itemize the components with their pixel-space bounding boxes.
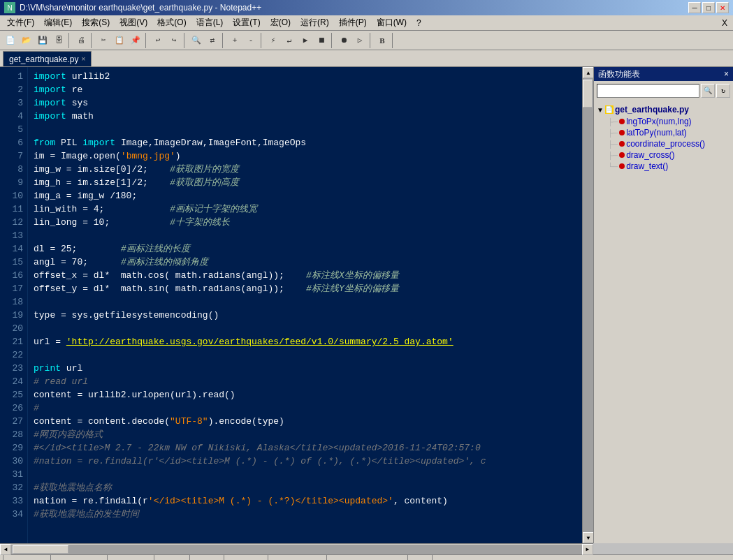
code-editor[interactable]: import urllib2 import re import sys impo… — [28, 67, 582, 543]
macro-rec-button[interactable]: ⏺ — [336, 33, 351, 48]
close-button[interactable]: ✕ — [716, 2, 729, 13]
scroll-h-track[interactable] — [11, 545, 582, 554]
function-dot-icon-3 — [619, 141, 625, 147]
menu-plugins[interactable]: 插件(P) — [335, 16, 371, 29]
function-label-1[interactable]: lngToPx(num,lng) — [626, 117, 691, 126]
find-button[interactable]: 🔍 — [189, 33, 204, 48]
menu-view[interactable]: 视图(V) — [115, 16, 152, 29]
undo-button[interactable]: ↩ — [150, 33, 166, 48]
menu-settings[interactable]: 设置(T) — [228, 16, 264, 29]
tab-bar: get_earthquake.py × — [0, 50, 733, 67]
scroll-left-button[interactable]: ◀ — [0, 544, 11, 555]
new-button[interactable]: 📄 — [3, 33, 18, 48]
toolbar-sep-8 — [370, 33, 372, 48]
tree-function-5[interactable]: └─ draw_text() — [608, 161, 730, 172]
toolbar-sep-9 — [392, 33, 395, 48]
menu-language[interactable]: 语言(L) — [192, 16, 228, 29]
macro-play-button[interactable]: ▷ — [352, 33, 368, 48]
function-dot-icon-2 — [619, 130, 625, 135]
menu-window[interactable]: 窗口(W) — [372, 16, 411, 29]
toolbar-sep-1 — [68, 33, 71, 48]
menu-help[interactable]: ? — [412, 17, 426, 29]
tab-get-earthquake[interactable]: get_earthquake.py × — [3, 51, 92, 66]
zoom-in-button[interactable]: + — [227, 33, 242, 48]
tree-function-4[interactable]: ├─ draw_cross() — [608, 149, 730, 161]
panel-refresh-button[interactable]: ↻ — [716, 84, 730, 98]
run-button[interactable]: ▶ — [298, 33, 313, 48]
panel-search-button[interactable]: 🔍 — [701, 84, 715, 98]
file-icon: 📄 — [605, 105, 614, 114]
menu-macro[interactable]: 宏(O) — [266, 16, 295, 29]
toolbar-sep-7 — [331, 33, 334, 48]
function-label-2[interactable]: latToPy(num,lat) — [626, 128, 687, 138]
status-ln: Ln : 76 — [154, 555, 190, 560]
toolbar: 📄 📂 💾 🗄 🖨 ✂ 📋 📌 ↩ ↪ 🔍 ⇄ + - ⚡ ↵ ▶ ⏹ ⏺ ▷ … — [0, 31, 733, 50]
menu-search[interactable]: 搜索(S) — [78, 16, 114, 29]
toolbar-sep-5 — [222, 33, 225, 48]
menu-bar: 文件(F) 编辑(E) 搜索(S) 视图(V) 格式(O) 语言(L) 设置(T… — [0, 15, 733, 31]
save-all-button[interactable]: 🗄 — [51, 33, 66, 48]
sync-button[interactable]: ⚡ — [266, 33, 281, 48]
toolbar-sep-6 — [261, 33, 263, 48]
wrap-button[interactable]: ↵ — [282, 33, 297, 48]
title-bar-left: N D:\VM\share\monitor earthquake\get_ear… — [4, 2, 261, 13]
panel-search-input[interactable] — [597, 84, 699, 98]
tab-close-button[interactable]: × — [81, 55, 85, 63]
panel-close-button[interactable]: × — [724, 69, 729, 79]
scroll-thumb[interactable] — [583, 80, 593, 108]
open-button[interactable]: 📂 — [19, 33, 34, 48]
tree-function-2[interactable]: ├─ latToPy(num,lat) — [608, 127, 730, 138]
editor-area[interactable]: 12345 678910 1112131415 1617181920 21222… — [0, 67, 593, 543]
status-lines: lines : 154 — [108, 555, 154, 560]
line-numbers: 12345 678910 1112131415 1617181920 21222… — [0, 67, 28, 543]
tab-filename: get_earthquake.py — [9, 54, 78, 64]
menu-file[interactable]: 文件(F) — [3, 16, 38, 29]
copy-button[interactable]: 📋 — [112, 33, 127, 48]
window-title: D:\VM\share\monitor earthquake\get_earth… — [20, 3, 261, 13]
tree-root-item[interactable]: ▼ 📄 get_earthquake.py — [597, 103, 730, 116]
tree-function-3[interactable]: ├─ coordinate_process() — [608, 138, 730, 149]
scroll-down-button[interactable]: ▼ — [583, 532, 593, 543]
function-label-4[interactable]: draw_cross() — [626, 150, 674, 160]
print-button[interactable]: 🖨 — [73, 33, 89, 48]
tree-children: ├─ lngToPx(num,lng) ├─ latToPy(num,lat) … — [597, 116, 730, 172]
function-label-3[interactable]: coordinate_process() — [626, 139, 705, 149]
stop-button[interactable]: ⏹ — [314, 33, 329, 48]
menu-edit[interactable]: 编辑(E) — [40, 16, 76, 29]
replace-button[interactable]: ⇄ — [205, 33, 220, 48]
status-encoding: Dos\Windows — [268, 555, 327, 560]
status-bar: Python file length : 7278 lines : 154 Ln… — [0, 554, 733, 560]
maximize-button[interactable]: □ — [702, 2, 715, 13]
status-sel: Sel : 0 | 0 — [224, 555, 268, 560]
horizontal-scrollbar[interactable]: ◀ ▶ — [0, 543, 593, 554]
function-label-5[interactable]: draw_text() — [626, 161, 668, 171]
function-dot-icon — [619, 119, 625, 124]
menu-format[interactable]: 格式(O) — [153, 16, 190, 29]
paste-button[interactable]: 📌 — [128, 33, 143, 48]
main-layout: 12345 678910 1112131415 1617181920 21222… — [0, 67, 733, 543]
minimize-button[interactable]: ─ — [688, 2, 701, 13]
toolbar-sep-2 — [91, 33, 94, 48]
panel-title: 函数功能表 — [598, 68, 640, 80]
function-dot-icon-4 — [619, 152, 625, 158]
window-controls[interactable]: ─ □ ✕ — [688, 2, 729, 13]
zoom-out-button[interactable]: - — [243, 33, 259, 48]
title-bar: N D:\VM\share\monitor earthquake\get_ear… — [0, 0, 733, 15]
tree-filename[interactable]: get_earthquake.py — [615, 105, 689, 115]
status-ins: INS — [408, 555, 433, 560]
save-button[interactable]: 💾 — [35, 33, 50, 48]
scroll-right-button[interactable]: ▶ — [582, 544, 593, 555]
tree-function-1[interactable]: ├─ lngToPx(num,lng) — [608, 116, 730, 127]
status-col: Col : 1 — [190, 555, 224, 560]
bold-button[interactable]: B — [375, 33, 390, 48]
cut-button[interactable]: ✂ — [96, 33, 111, 48]
right-panel: 函数功能表 × 🔍 ↻ ▼ 📄 get_earthquake.py ├─ lng… — [593, 67, 733, 543]
scroll-track[interactable] — [583, 78, 593, 532]
menu-run[interactable]: 运行(R) — [296, 16, 333, 29]
scroll-h-thumb[interactable] — [13, 545, 68, 554]
panel-tree: ▼ 📄 get_earthquake.py ├─ lngToPx(num,lng… — [594, 101, 733, 543]
close-x[interactable]: X — [722, 18, 730, 28]
vertical-scrollbar[interactable]: ▲ ▼ — [582, 67, 593, 543]
scroll-up-button[interactable]: ▲ — [583, 67, 593, 78]
redo-button[interactable]: ↪ — [166, 33, 182, 48]
